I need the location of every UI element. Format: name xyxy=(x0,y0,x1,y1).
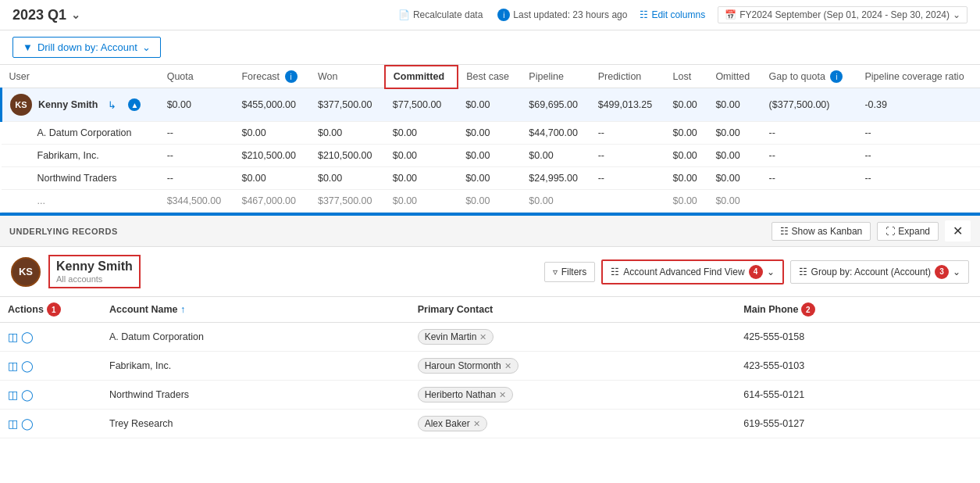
person-info: KS Kenny Smith All accounts xyxy=(11,255,141,288)
drill-chevron-icon: ⌄ xyxy=(142,41,151,53)
phone-cell: 619-555-0127 xyxy=(736,410,980,438)
forecast-table-wrap: User Quota Forecast i Won Committed Best… xyxy=(0,65,980,214)
open-icon[interactable]: ◫ xyxy=(8,360,18,372)
fy-chevron-icon: ⌄ xyxy=(953,9,960,20)
show-kanban-button[interactable]: ☷ Show as Kanban xyxy=(772,222,871,241)
records-table-wrap: Actions 1 Account Name ↑ Primary Contact… xyxy=(0,297,980,438)
more-icon[interactable]: ◯ xyxy=(21,360,34,372)
expand-icon: ⛶ xyxy=(886,226,895,237)
remove-contact-icon[interactable]: ✕ xyxy=(499,390,506,400)
contact-tag: Alex Baker ✕ xyxy=(418,416,487,431)
group-icon: ☷ xyxy=(799,267,807,277)
col-prediction: Prediction xyxy=(590,66,665,88)
committed-cell: $0.00 xyxy=(385,145,458,167)
gap-cell: -- xyxy=(761,145,857,167)
forecast-row: A. Datum Corporation--$0.00$0.00$0.00$0.… xyxy=(2,122,981,145)
record-row: ◫ ◯ Fabrikam, Inc. Haroun Stormonth ✕ 42… xyxy=(0,352,980,381)
won-cell: $0.00 xyxy=(310,122,385,145)
phone-cell: 614-555-0121 xyxy=(736,381,980,410)
col-gap-to-quota: Gap to quota i xyxy=(761,66,857,88)
more-icon[interactable]: ◯ xyxy=(21,417,34,430)
contact-tag: Haroun Stormonth ✕ xyxy=(418,358,519,374)
group-chevron-icon: ⌄ xyxy=(953,267,960,277)
last-updated-info: i Last updated: 23 hours ago xyxy=(495,9,627,21)
remove-contact-icon[interactable]: ✕ xyxy=(479,332,486,342)
avatar: KS xyxy=(11,257,41,287)
best-case-cell: $0.00 xyxy=(458,190,521,213)
underlying-section-header: UNDERLYING RECORDS ☷ Show as Kanban ⛶ Ex… xyxy=(0,216,980,247)
prediction-cell: -- xyxy=(590,122,665,145)
gap-cell: -- xyxy=(761,167,857,190)
columns-icon: ☷ xyxy=(640,9,648,20)
pipeline-cell: $24,995.00 xyxy=(521,167,590,190)
actions-cell: ◫ ◯ xyxy=(0,381,102,410)
expand-user-icon[interactable]: ↳ xyxy=(104,97,119,113)
close-button[interactable]: ✕ xyxy=(945,220,971,242)
won-cell: $377,500.00 xyxy=(310,88,385,122)
lost-cell: $0.00 xyxy=(665,190,708,213)
forecast-cell: $0.00 xyxy=(233,122,310,145)
omitted-cell: $0.00 xyxy=(707,145,761,167)
prediction-cell xyxy=(590,190,665,213)
account-name-cell: Northwind Traders xyxy=(102,381,410,410)
open-icon[interactable]: ◫ xyxy=(8,331,18,343)
drill-icon: ▼ xyxy=(23,41,33,53)
col-forecast: Forecast i xyxy=(233,66,310,88)
period-selector[interactable]: 2023 Q1 ⌄ xyxy=(12,7,80,23)
coverage-cell xyxy=(857,190,980,213)
col-primary-contact: Primary Contact xyxy=(410,297,736,323)
group-by-button[interactable]: ☷ Group by: Account (Account) 3 ⌄ xyxy=(790,260,969,284)
record-row: ◫ ◯ A. Datum Corporation Kevin Martin ✕ … xyxy=(0,323,980,352)
gap-cell xyxy=(761,190,857,213)
gap-cell: ($377,500.00) xyxy=(761,88,857,122)
gap-info-icon[interactable]: i xyxy=(830,70,843,83)
actions-cell: ◫ ◯ xyxy=(0,410,102,438)
committed-cell: $77,500.00 xyxy=(385,88,458,122)
forecast-cell: $0.00 xyxy=(233,167,310,190)
drill-down-button[interactable]: ▼ Drill down by: Account ⌄ xyxy=(12,37,161,58)
open-icon[interactable]: ◫ xyxy=(8,388,18,401)
calendar-icon: 📅 xyxy=(725,9,736,20)
open-icon[interactable]: ◫ xyxy=(8,417,18,430)
contact-name: Haroun Stormonth xyxy=(425,360,501,371)
quota-cell: -- xyxy=(159,122,234,145)
record-row: ◫ ◯ Trey Research Alex Baker ✕ 619-555-0… xyxy=(0,410,980,438)
best-case-cell: $0.00 xyxy=(458,167,521,190)
user-name: Kenny Smith xyxy=(38,99,98,110)
contact-tag: Heriberto Nathan ✕ xyxy=(418,387,513,402)
coverage-cell: -- xyxy=(857,122,980,145)
col-best-case: Best case xyxy=(458,66,521,88)
forecast-row: Fabrikam, Inc.--$210,500.00$210,500.00$0… xyxy=(2,145,981,167)
remove-contact-icon[interactable]: ✕ xyxy=(473,419,480,429)
user-cell: A. Datum Corporation xyxy=(2,122,159,145)
recalculate-button[interactable]: 📄 Recalculate data xyxy=(398,9,483,20)
account-name-cell: Fabrikam, Inc. xyxy=(102,352,410,381)
expand-button[interactable]: ⛶ Expand xyxy=(877,222,939,241)
more-icon[interactable]: ◯ xyxy=(21,331,34,343)
remove-contact-icon[interactable]: ✕ xyxy=(504,361,511,371)
filters-button[interactable]: ▿ Filters xyxy=(544,262,596,282)
edit-columns-button[interactable]: ☷ Edit columns xyxy=(640,9,705,20)
person-box: Kenny Smith All accounts xyxy=(48,255,141,288)
user-cell: ... xyxy=(2,190,159,213)
forecast-info-icon[interactable]: i xyxy=(285,70,298,83)
more-icon[interactable]: ◯ xyxy=(21,388,34,401)
fy-range-selector[interactable]: 📅 FY2024 September (Sep 01, 2024 - Sep 3… xyxy=(718,6,968,23)
period-label: 2023 Q1 xyxy=(12,7,66,23)
filter-icon: ▿ xyxy=(553,267,558,277)
badge-4: 4 xyxy=(749,265,763,279)
user-info-icon[interactable]: ▲ xyxy=(128,98,141,111)
phone-cell: 425-555-0158 xyxy=(736,323,980,352)
committed-cell: $0.00 xyxy=(385,167,458,190)
best-case-cell: $0.00 xyxy=(458,145,521,167)
lost-cell: $0.00 xyxy=(665,88,708,122)
lost-cell: $0.00 xyxy=(665,122,708,145)
col-lost: Lost xyxy=(665,66,708,88)
person-controls: ▿ Filters ☷ Account Advanced Find View 4… xyxy=(544,259,969,284)
lost-cell: $0.00 xyxy=(665,145,708,167)
quota-cell: $344,500.00 xyxy=(159,190,234,213)
actions-header-label: Actions xyxy=(8,304,44,315)
adv-find-button[interactable]: ☷ Account Advanced Find View 4 ⌄ xyxy=(601,259,783,284)
contact-name: Kevin Martin xyxy=(425,331,477,342)
contact-name: Alex Baker xyxy=(425,418,470,429)
